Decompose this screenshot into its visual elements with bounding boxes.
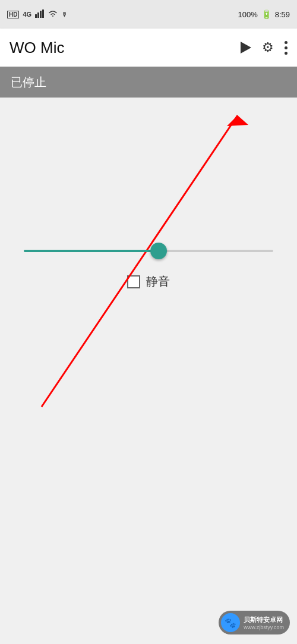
svg-rect-2 (40, 11, 42, 18)
app-bar-actions: ⚙ (241, 40, 287, 55)
slider-container: 静音 (0, 240, 297, 290)
status-bar: HD 4G 🎙 100% 🔋 8:59 (0, 0, 297, 29)
svg-marker-5 (227, 115, 248, 126)
svg-rect-3 (42, 10, 44, 18)
volume-slider-wrapper[interactable] (24, 240, 273, 262)
battery-icon: 🔋 (261, 10, 271, 19)
mic-icon: 🎙 (61, 11, 68, 18)
gear-icon: ⚙ (262, 40, 274, 55)
watermark: 🐾 贝斯特安卓网 www.zjbstyy.com (219, 611, 290, 634)
watermark-line2: www.zjbstyy.com (244, 624, 284, 630)
play-button[interactable] (241, 42, 251, 54)
svg-rect-1 (37, 12, 39, 18)
status-left-icons: HD 4G 🎙 (7, 10, 68, 19)
battery-text: 100% (238, 10, 257, 19)
annotation-arrow (0, 98, 297, 644)
watermark-line1: 贝斯特安卓网 (244, 615, 284, 624)
signal-4g-icon: 4G (23, 11, 31, 18)
status-right-info: 100% 🔋 8:59 (238, 10, 290, 19)
mute-container: 静音 (127, 274, 170, 290)
app-title: WO Mic (10, 39, 241, 57)
play-icon (241, 42, 251, 54)
main-content: 静音 🐾 贝斯特安卓网 www.zjbstyy.com (0, 98, 297, 644)
svg-rect-0 (35, 14, 37, 18)
settings-button[interactable]: ⚙ (262, 40, 274, 55)
status-text: 已停止 (11, 74, 46, 90)
hd-icon: HD (7, 11, 19, 18)
status-banner: 已停止 (0, 67, 297, 98)
watermark-logo: 🐾 (221, 613, 240, 632)
wifi-icon (48, 10, 58, 18)
more-options-button[interactable] (285, 41, 287, 55)
signal-bars-icon (35, 10, 45, 19)
mute-checkbox[interactable] (127, 275, 140, 288)
app-bar: WO Mic ⚙ (0, 29, 297, 67)
watermark-logo-icon: 🐾 (225, 617, 236, 629)
watermark-text: 贝斯特安卓网 www.zjbstyy.com (244, 615, 284, 630)
mute-label[interactable]: 静音 (146, 274, 170, 290)
three-dots-icon (285, 41, 287, 55)
time-text: 8:59 (275, 10, 290, 19)
